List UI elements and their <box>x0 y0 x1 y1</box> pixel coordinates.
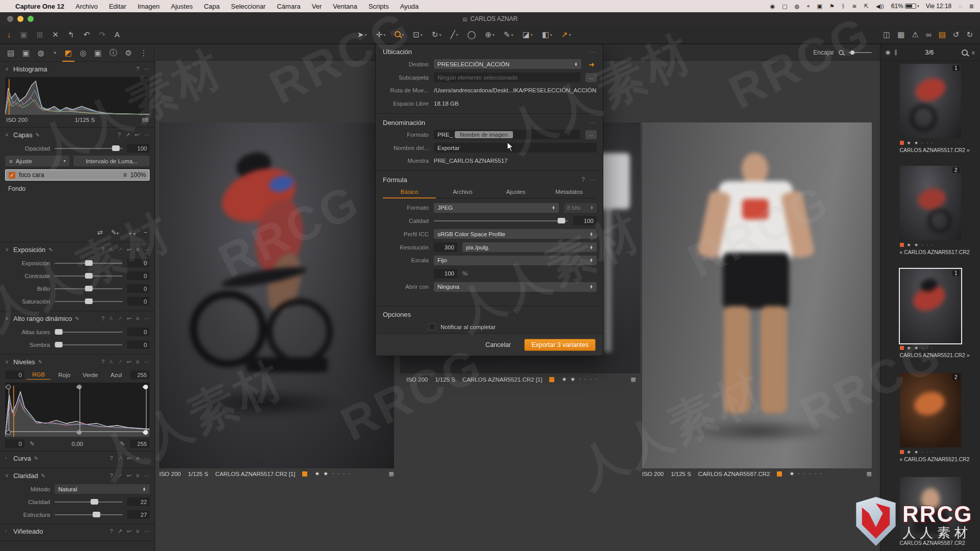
channel-rgb[interactable]: RGB <box>27 370 51 380</box>
copyto-icon[interactable]: ↗ <box>117 528 122 535</box>
levels-min[interactable]: 0 <box>5 370 24 379</box>
reset-icon[interactable]: ↩ <box>127 528 131 535</box>
copyto-icon[interactable]: ↗ <box>117 246 122 253</box>
gradient-mask-tool-icon[interactable]: ◧▾ <box>542 31 552 38</box>
collapse-icon[interactable]: ∨ <box>5 66 10 71</box>
slider-value[interactable]: 0 <box>127 297 150 306</box>
rotate-cw-icon[interactable]: ↻ <box>966 31 973 38</box>
menu-editar[interactable]: Editar <box>109 3 126 10</box>
structure-slider[interactable] <box>55 514 122 515</box>
destination-select[interactable]: PRESELECCIÓN_ACCIÓN ▲▼ <box>434 59 581 69</box>
channel-green[interactable]: Verde <box>79 370 103 380</box>
clarity-method-select[interactable]: Natural ▲▼ <box>55 484 150 494</box>
preset-icon[interactable]: ≡ <box>136 455 139 461</box>
more-icon[interactable]: ··· <box>590 48 596 56</box>
help-icon[interactable]: ? <box>581 176 585 183</box>
star-rating[interactable]: ★ ★ · · · <box>907 140 934 145</box>
status-record-icon[interactable]: ◉ <box>770 3 775 10</box>
tab-basico[interactable]: Básico <box>383 186 436 198</box>
color-tag[interactable] <box>549 377 554 382</box>
import-images-icon[interactable]: ↓ <box>7 31 11 38</box>
straighten-tool-icon[interactable]: ╱▾ <box>450 31 458 38</box>
filmstrip-item[interactable]: 2 ★ ★ · · · « CARLOS AZNAR5521.CR2 <box>900 373 961 462</box>
status-display-icon[interactable]: ▢ <box>782 3 787 10</box>
filmstrip-menu-icon[interactable]: ≡ <box>972 49 975 56</box>
tab-ajustes[interactable]: Ajustes <box>489 186 543 198</box>
export-button[interactable]: Exportar 3 variantes <box>524 339 596 351</box>
tab-metadatos[interactable]: Metadatos <box>543 186 596 198</box>
preset-icon[interactable]: ≡ <box>136 472 139 479</box>
exposure-slider[interactable] <box>55 263 122 264</box>
star-rating[interactable]: ★ · · · · · <box>789 470 822 477</box>
star-rating[interactable]: ★ ★ · · · <box>907 345 934 350</box>
grid-icon[interactable]: ▦ <box>631 376 636 383</box>
copyto-icon[interactable]: ↗ <box>117 359 122 365</box>
tab-capture-icon[interactable]: ▣ <box>21 45 31 61</box>
collapse-icon[interactable]: ∨ <box>5 359 10 364</box>
adjust-dropdown[interactable]: ≡ Ajuste ▾ <box>5 156 69 166</box>
more-icon[interactable]: ··· <box>144 132 150 138</box>
help-icon[interactable]: ? <box>110 455 113 461</box>
photo-carlos-aznar5587[interactable] <box>642 122 872 468</box>
resolution-value[interactable]: 300 <box>434 242 457 252</box>
levels-low-value[interactable]: 0 <box>5 439 24 448</box>
battery-indicator[interactable]: 61% <box>891 3 919 10</box>
layer-row-fondo[interactable]: Fondo <box>5 184 150 194</box>
rotate-ccw-icon[interactable]: ↺ <box>953 31 960 38</box>
collapse-icon[interactable]: ∨ <box>5 247 10 252</box>
channel-red[interactable]: Rojo <box>53 370 77 380</box>
help-icon[interactable]: ? <box>136 66 139 72</box>
more-icon[interactable]: ··· <box>144 359 150 365</box>
menu-imagen[interactable]: Imagen <box>137 3 159 10</box>
copyto-icon[interactable]: ↗ <box>117 472 122 479</box>
undo-icon[interactable]: ↶ <box>83 31 90 38</box>
app-menu-title[interactable]: Capture One 12 <box>15 3 64 10</box>
window-minimize-button[interactable] <box>17 16 23 22</box>
reset-adjustments-icon[interactable]: ↰ <box>68 31 75 38</box>
auto-icon[interactable]: A <box>109 359 113 365</box>
star-rating[interactable]: ★ ★ · · · <box>907 242 934 247</box>
volume-icon[interactable]: ◀)) <box>876 3 884 10</box>
saturation-slider[interactable] <box>55 301 122 302</box>
pan-tool-icon[interactable]: ✛▾ <box>376 31 386 38</box>
bluetooth-icon[interactable]: ᛒ <box>842 3 845 9</box>
draw-mask-tool-icon[interactable]: ✎▾ <box>504 31 513 38</box>
color-tag[interactable] <box>900 243 904 247</box>
edit-mask-icon[interactable]: ✎ <box>36 132 40 138</box>
levels-histogram[interactable] <box>5 383 150 437</box>
grid-icon[interactable]: ▦ <box>867 470 872 477</box>
help-icon[interactable]: ? <box>102 246 105 253</box>
quality-value[interactable]: 100 <box>573 216 597 226</box>
star-rating[interactable]: ★ ★ · · · <box>907 449 934 455</box>
overlay-tool-icon[interactable]: ◯ <box>467 31 476 38</box>
opacity-value[interactable]: 100 <box>127 144 150 153</box>
tab-settings-icon[interactable]: ⚙ <box>124 45 133 61</box>
channel-blue[interactable]: Azul <box>104 370 128 380</box>
focus-warning-icon[interactable]: ⚠ <box>912 31 919 38</box>
job-name-input[interactable]: Exportar <box>434 143 597 153</box>
tab-exposure-icon[interactable]: ◩ <box>64 45 73 61</box>
reset-icon[interactable]: ↩ <box>127 315 131 322</box>
more-icon[interactable]: ··· <box>144 315 150 321</box>
levels-mid-value[interactable]: 0,00 <box>40 441 115 447</box>
slider-value[interactable]: 22 <box>127 497 150 506</box>
cursor-tool-icon[interactable]: ➤▾ <box>357 31 367 38</box>
layer-enabled-checkbox[interactable]: ✓ <box>9 172 15 179</box>
filmstrip-item[interactable]: 1 ★ ★ · · · CARLOS AZNAR5517.CR2 » <box>900 64 961 153</box>
color-tag[interactable] <box>900 346 904 350</box>
more-icon[interactable]: ··· <box>144 528 150 534</box>
status-airport-icon[interactable]: ⌖ <box>806 3 810 10</box>
luma-range-button[interactable]: Intervalo de Luma... <box>74 156 150 166</box>
window-close-button[interactable] <box>7 16 13 22</box>
filter-search-icon[interactable] <box>962 49 968 56</box>
help-icon[interactable]: ? <box>110 528 113 534</box>
levels-shadow-handle[interactable] <box>9 385 9 435</box>
add-layer-icon[interactable]: ＋▾ <box>127 229 135 238</box>
notify-checkbox[interactable] <box>429 323 435 330</box>
spotlight-icon[interactable]: ◌ <box>959 3 962 9</box>
preset-icon[interactable]: ≡ <box>136 246 139 253</box>
name-format-input[interactable]: PRE_ Nombre de imagen <box>434 130 580 139</box>
slider-value[interactable]: 0 <box>127 328 150 336</box>
airplay-icon[interactable]: ⇱ <box>864 3 869 10</box>
menu-clock[interactable]: Vie 12:18 <box>926 3 952 10</box>
